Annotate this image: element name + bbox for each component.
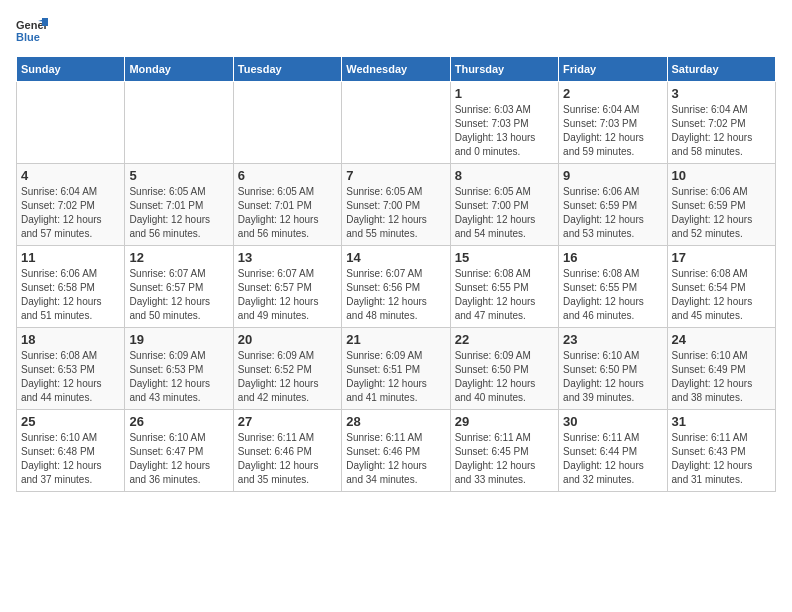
day-number: 7: [346, 168, 445, 183]
day-info: Sunrise: 6:08 AM Sunset: 6:53 PM Dayligh…: [21, 349, 120, 405]
day-number: 18: [21, 332, 120, 347]
logo-container: General Blue: [16, 16, 48, 48]
day-info: Sunrise: 6:10 AM Sunset: 6:47 PM Dayligh…: [129, 431, 228, 487]
calendar-cell: 17Sunrise: 6:08 AM Sunset: 6:54 PM Dayli…: [667, 246, 775, 328]
day-number: 22: [455, 332, 554, 347]
day-number: 10: [672, 168, 771, 183]
col-header-sunday: Sunday: [17, 57, 125, 82]
calendar-cell: 23Sunrise: 6:10 AM Sunset: 6:50 PM Dayli…: [559, 328, 667, 410]
calendar-cell: 29Sunrise: 6:11 AM Sunset: 6:45 PM Dayli…: [450, 410, 558, 492]
calendar-body: 1Sunrise: 6:03 AM Sunset: 7:03 PM Daylig…: [17, 82, 776, 492]
day-number: 9: [563, 168, 662, 183]
calendar-cell: 15Sunrise: 6:08 AM Sunset: 6:55 PM Dayli…: [450, 246, 558, 328]
logo-bird-icon: General Blue: [16, 16, 48, 48]
calendar-cell: 25Sunrise: 6:10 AM Sunset: 6:48 PM Dayli…: [17, 410, 125, 492]
calendar-row: 11Sunrise: 6:06 AM Sunset: 6:58 PM Dayli…: [17, 246, 776, 328]
day-number: 12: [129, 250, 228, 265]
day-info: Sunrise: 6:05 AM Sunset: 7:00 PM Dayligh…: [455, 185, 554, 241]
calendar-cell: 27Sunrise: 6:11 AM Sunset: 6:46 PM Dayli…: [233, 410, 341, 492]
day-number: 28: [346, 414, 445, 429]
day-info: Sunrise: 6:09 AM Sunset: 6:50 PM Dayligh…: [455, 349, 554, 405]
calendar-cell: 16Sunrise: 6:08 AM Sunset: 6:55 PM Dayli…: [559, 246, 667, 328]
calendar-cell: 9Sunrise: 6:06 AM Sunset: 6:59 PM Daylig…: [559, 164, 667, 246]
day-info: Sunrise: 6:11 AM Sunset: 6:46 PM Dayligh…: [346, 431, 445, 487]
calendar-cell: 11Sunrise: 6:06 AM Sunset: 6:58 PM Dayli…: [17, 246, 125, 328]
day-number: 17: [672, 250, 771, 265]
calendar-row: 1Sunrise: 6:03 AM Sunset: 7:03 PM Daylig…: [17, 82, 776, 164]
day-info: Sunrise: 6:11 AM Sunset: 6:43 PM Dayligh…: [672, 431, 771, 487]
day-number: 15: [455, 250, 554, 265]
day-info: Sunrise: 6:06 AM Sunset: 6:59 PM Dayligh…: [563, 185, 662, 241]
day-info: Sunrise: 6:08 AM Sunset: 6:55 PM Dayligh…: [563, 267, 662, 323]
day-number: 6: [238, 168, 337, 183]
calendar-cell: 4Sunrise: 6:04 AM Sunset: 7:02 PM Daylig…: [17, 164, 125, 246]
calendar-cell: 22Sunrise: 6:09 AM Sunset: 6:50 PM Dayli…: [450, 328, 558, 410]
calendar-cell: 14Sunrise: 6:07 AM Sunset: 6:56 PM Dayli…: [342, 246, 450, 328]
day-info: Sunrise: 6:05 AM Sunset: 7:01 PM Dayligh…: [238, 185, 337, 241]
day-number: 26: [129, 414, 228, 429]
day-number: 1: [455, 86, 554, 101]
day-info: Sunrise: 6:05 AM Sunset: 7:01 PM Dayligh…: [129, 185, 228, 241]
col-header-saturday: Saturday: [667, 57, 775, 82]
day-info: Sunrise: 6:09 AM Sunset: 6:51 PM Dayligh…: [346, 349, 445, 405]
svg-text:Blue: Blue: [16, 31, 40, 43]
day-info: Sunrise: 6:06 AM Sunset: 6:59 PM Dayligh…: [672, 185, 771, 241]
header-row: SundayMondayTuesdayWednesdayThursdayFrid…: [17, 57, 776, 82]
calendar-cell: 2Sunrise: 6:04 AM Sunset: 7:03 PM Daylig…: [559, 82, 667, 164]
page-header: General Blue: [16, 16, 776, 48]
day-number: 23: [563, 332, 662, 347]
calendar-cell: 13Sunrise: 6:07 AM Sunset: 6:57 PM Dayli…: [233, 246, 341, 328]
calendar-cell: 18Sunrise: 6:08 AM Sunset: 6:53 PM Dayli…: [17, 328, 125, 410]
calendar-cell: 3Sunrise: 6:04 AM Sunset: 7:02 PM Daylig…: [667, 82, 775, 164]
day-number: 2: [563, 86, 662, 101]
day-number: 29: [455, 414, 554, 429]
calendar-cell: 7Sunrise: 6:05 AM Sunset: 7:00 PM Daylig…: [342, 164, 450, 246]
day-info: Sunrise: 6:10 AM Sunset: 6:50 PM Dayligh…: [563, 349, 662, 405]
logo: General Blue: [16, 16, 48, 48]
day-info: Sunrise: 6:11 AM Sunset: 6:46 PM Dayligh…: [238, 431, 337, 487]
calendar-table: SundayMondayTuesdayWednesdayThursdayFrid…: [16, 56, 776, 492]
day-info: Sunrise: 6:10 AM Sunset: 6:49 PM Dayligh…: [672, 349, 771, 405]
calendar-cell: 19Sunrise: 6:09 AM Sunset: 6:53 PM Dayli…: [125, 328, 233, 410]
calendar-cell: [125, 82, 233, 164]
day-number: 24: [672, 332, 771, 347]
calendar-cell: 24Sunrise: 6:10 AM Sunset: 6:49 PM Dayli…: [667, 328, 775, 410]
day-number: 4: [21, 168, 120, 183]
day-number: 11: [21, 250, 120, 265]
day-number: 14: [346, 250, 445, 265]
day-number: 31: [672, 414, 771, 429]
calendar-cell: 26Sunrise: 6:10 AM Sunset: 6:47 PM Dayli…: [125, 410, 233, 492]
col-header-wednesday: Wednesday: [342, 57, 450, 82]
col-header-friday: Friday: [559, 57, 667, 82]
day-number: 21: [346, 332, 445, 347]
day-info: Sunrise: 6:09 AM Sunset: 6:52 PM Dayligh…: [238, 349, 337, 405]
day-number: 13: [238, 250, 337, 265]
day-info: Sunrise: 6:11 AM Sunset: 6:45 PM Dayligh…: [455, 431, 554, 487]
day-info: Sunrise: 6:04 AM Sunset: 7:02 PM Dayligh…: [21, 185, 120, 241]
day-number: 30: [563, 414, 662, 429]
calendar-cell: 8Sunrise: 6:05 AM Sunset: 7:00 PM Daylig…: [450, 164, 558, 246]
day-number: 16: [563, 250, 662, 265]
day-info: Sunrise: 6:07 AM Sunset: 6:56 PM Dayligh…: [346, 267, 445, 323]
day-info: Sunrise: 6:08 AM Sunset: 6:55 PM Dayligh…: [455, 267, 554, 323]
day-info: Sunrise: 6:08 AM Sunset: 6:54 PM Dayligh…: [672, 267, 771, 323]
calendar-cell: 10Sunrise: 6:06 AM Sunset: 6:59 PM Dayli…: [667, 164, 775, 246]
calendar-cell: 12Sunrise: 6:07 AM Sunset: 6:57 PM Dayli…: [125, 246, 233, 328]
day-number: 27: [238, 414, 337, 429]
day-info: Sunrise: 6:09 AM Sunset: 6:53 PM Dayligh…: [129, 349, 228, 405]
calendar-row: 18Sunrise: 6:08 AM Sunset: 6:53 PM Dayli…: [17, 328, 776, 410]
calendar-cell: [342, 82, 450, 164]
day-number: 25: [21, 414, 120, 429]
day-info: Sunrise: 6:05 AM Sunset: 7:00 PM Dayligh…: [346, 185, 445, 241]
calendar-cell: 28Sunrise: 6:11 AM Sunset: 6:46 PM Dayli…: [342, 410, 450, 492]
day-info: Sunrise: 6:03 AM Sunset: 7:03 PM Dayligh…: [455, 103, 554, 159]
day-info: Sunrise: 6:07 AM Sunset: 6:57 PM Dayligh…: [129, 267, 228, 323]
calendar-cell: 5Sunrise: 6:05 AM Sunset: 7:01 PM Daylig…: [125, 164, 233, 246]
calendar-cell: 6Sunrise: 6:05 AM Sunset: 7:01 PM Daylig…: [233, 164, 341, 246]
day-info: Sunrise: 6:04 AM Sunset: 7:03 PM Dayligh…: [563, 103, 662, 159]
calendar-cell: 1Sunrise: 6:03 AM Sunset: 7:03 PM Daylig…: [450, 82, 558, 164]
calendar-cell: 31Sunrise: 6:11 AM Sunset: 6:43 PM Dayli…: [667, 410, 775, 492]
col-header-monday: Monday: [125, 57, 233, 82]
calendar-row: 4Sunrise: 6:04 AM Sunset: 7:02 PM Daylig…: [17, 164, 776, 246]
day-number: 3: [672, 86, 771, 101]
